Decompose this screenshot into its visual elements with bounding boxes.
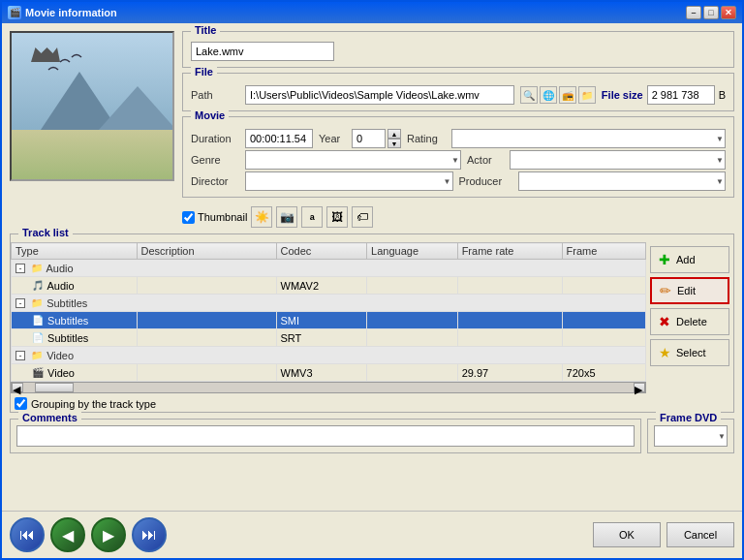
thumbnail-checkbox[interactable] (182, 211, 195, 224)
audio-language (367, 277, 458, 295)
select-label: Select (676, 347, 706, 358)
select-icon: ★ (657, 345, 672, 360)
select-button[interactable]: ★ Select (650, 339, 729, 366)
subtitles-srt-row[interactable]: 📄 Subtitles SRT (12, 329, 646, 347)
audio-track-icon: 🎵 (31, 279, 45, 293)
title-input[interactable] (191, 42, 334, 61)
nav-prev-prev-button[interactable]: ⏮ (10, 517, 45, 552)
year-input[interactable] (352, 129, 386, 148)
thumb-amazon-icon[interactable]: a (301, 206, 323, 228)
comments-label: Comments (18, 412, 81, 423)
edit-button[interactable]: ✏ Edit (650, 277, 729, 304)
audio-expand-icon[interactable]: - (16, 264, 25, 273)
filesize-label: File size (602, 89, 643, 101)
minimize-button[interactable]: – (686, 6, 701, 19)
tracklist-label: Track list (18, 227, 73, 238)
movie-row2: Genre ▼ Actor ▼ (191, 150, 726, 170)
nav-buttons: ⏮ ◀ ▶ ⏭ (10, 517, 167, 552)
subtitles-smi-row[interactable]: 📄 Subtitles SMI (12, 312, 646, 329)
scroll-thumb[interactable] (35, 383, 74, 392)
movie-row3: Director ▼ Producer ▼ (191, 171, 726, 191)
scroll-left-btn[interactable]: ◀ (12, 383, 23, 392)
comments-input[interactable] (16, 425, 635, 447)
rating-select[interactable] (451, 129, 726, 148)
video-expand-icon[interactable]: - (16, 351, 25, 360)
genre-wrapper: ▼ (245, 150, 461, 170)
tracklist-section: Track list Type Description Codec Langua… (10, 233, 734, 413)
movie-information-window: 🎬 Movie information – □ ✕ (0, 0, 744, 560)
nav-next-button[interactable]: ▶ (91, 517, 126, 552)
add-button[interactable]: ✚ Add (650, 246, 729, 273)
actor-select[interactable] (510, 150, 726, 170)
subtitle-smi-codec: SMI (276, 312, 367, 329)
title-bar-controls: – □ ✕ (686, 6, 736, 19)
year-down-btn[interactable]: ▼ (388, 139, 401, 148)
filesize-input[interactable] (647, 85, 715, 105)
subtitle-srt-frame (562, 329, 645, 347)
delete-icon: ✖ (657, 314, 672, 329)
track-actions: ✚ Add ✏ Edit ✖ Delete ★ Select (646, 242, 733, 412)
subtitle-smi-frame (562, 312, 645, 329)
path-web-icon[interactable]: 🌐 (540, 86, 557, 104)
thumb-sun-icon[interactable]: ☀️ (251, 206, 272, 228)
horizontal-scrollbar[interactable]: ◀ ▶ (11, 382, 646, 393)
delete-button[interactable]: ✖ Delete (650, 308, 729, 335)
genre-select[interactable] (245, 150, 461, 170)
audio-frame (562, 277, 645, 295)
path-search-icon[interactable]: 🔍 (520, 86, 538, 104)
subtitles-expand-icon[interactable]: - (16, 298, 25, 308)
year-group: ▲ ▼ (352, 129, 401, 148)
rating-wrapper: ▼ (451, 129, 726, 148)
thumbnail-row: Thumbnail ☀️ 📷 a 🖼 🏷 (182, 206, 734, 228)
video-track-icon: 🎬 (31, 366, 45, 380)
title-group: Title (182, 31, 734, 68)
thumb-tag-icon[interactable]: 🏷 (352, 206, 373, 228)
thumbnail-checkbox-label[interactable]: Thumbnail (182, 211, 247, 224)
audio-row[interactable]: 🎵 Audio WMAV2 (12, 277, 646, 295)
producer-select[interactable] (518, 171, 727, 191)
year-up-btn[interactable]: ▲ (388, 129, 401, 139)
subtitles-group-row[interactable]: - 📁 Subtitles (12, 295, 646, 312)
col-framerate: Frame rate (457, 243, 562, 260)
frame-dvd-label: Frame DVD (656, 412, 721, 423)
video-row[interactable]: 🎬 Video WMV3 29.97 720x5 (12, 364, 646, 382)
movie-row1: Duration Year ▲ ▼ Rating (191, 129, 726, 148)
nav-prev-button[interactable]: ◀ (50, 517, 85, 552)
size-unit: B (719, 89, 726, 101)
cancel-button[interactable]: Cancel (666, 522, 734, 547)
video-folder-icon: 📁 (30, 349, 44, 362)
director-select[interactable] (245, 171, 453, 191)
close-button[interactable]: ✕ (721, 6, 736, 19)
track-content: Type Description Codec Language Frame ra… (11, 242, 733, 412)
path-input[interactable] (245, 85, 514, 105)
maximize-button[interactable]: □ (703, 6, 719, 19)
video-frame: 720x5 (562, 364, 645, 382)
frame-dvd-section: Frame DVD ▼ (647, 419, 734, 453)
subtitle-smi-framerate (457, 312, 562, 329)
nav-next-next-button[interactable]: ⏭ (132, 517, 167, 552)
year-spinner: ▲ ▼ (388, 129, 401, 148)
path-folder-icon[interactable]: 📁 (578, 86, 596, 104)
video-group-row[interactable]: - 📁 Video (12, 347, 646, 364)
file-group: File Path 🔍 🌐 📻 📁 File size (182, 73, 734, 111)
path-media-icon[interactable]: 📻 (559, 86, 576, 104)
subtitle-smi-type: 📄 Subtitles (12, 312, 138, 329)
ok-button[interactable]: OK (593, 522, 661, 547)
duration-input[interactable] (245, 129, 313, 148)
file-group-label: File (191, 66, 217, 78)
footer: ⏮ ◀ ▶ ⏭ OK Cancel (2, 511, 742, 558)
frame-dvd-select[interactable] (654, 425, 728, 447)
col-type: Type (12, 243, 138, 260)
grouping-checkbox[interactable] (15, 397, 27, 410)
movie-group: Movie Duration Year ▲ ▼ Rating (182, 116, 734, 198)
scroll-right-btn[interactable]: ▶ (634, 383, 645, 392)
thumb-photo-icon[interactable]: 🖼 (326, 206, 348, 228)
rating-label: Rating (407, 133, 446, 144)
top-section: Title File Path 🔍 🌐 📻 📁 (10, 31, 734, 228)
app-icon: 🎬 (8, 6, 21, 19)
thumbnail-label: Thumbnail (198, 211, 247, 223)
producer-label: Producer (459, 175, 512, 187)
path-label: Path (191, 89, 239, 101)
audio-group-row[interactable]: - 📁 Audio (12, 260, 646, 277)
thumb-camera-icon[interactable]: 📷 (276, 206, 297, 228)
